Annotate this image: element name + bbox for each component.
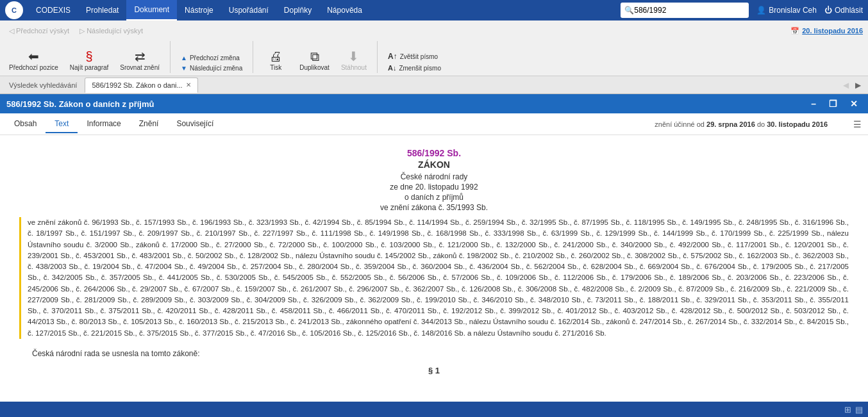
tab-nav-arrows: ◀ ▶ [841,79,868,91]
restore-button[interactable]: ❐ [825,97,841,110]
static-tab[interactable]: Výsledek vyhledávání [3,78,83,93]
effective-date: znění účinné od 29. srpna 2016 do 30. li… [655,120,847,128]
nav-dokument[interactable]: Dokument [126,0,177,20]
prev-pos-button[interactable]: ⬅ Předchozí pozice [5,48,62,73]
law-type: ZÁKON [19,159,849,170]
law-number: 586/1992 Sb. [19,148,849,158]
prev-pos-icon: ⬅ [28,50,39,63]
print-button[interactable]: 🖨 Tisk [260,48,292,73]
law-authority: České národní rady [19,172,849,181]
law-amendments-list: ve znění zákonů č. 96/1993 Sb., č. 157/1… [19,217,849,339]
tabs-row: Výsledek vyhledávání 586/1992 Sb. Zákon … [0,76,868,94]
tab-text[interactable]: Text [46,115,78,133]
law-subject: o daních z příjmů [19,193,849,202]
grid-icon[interactable]: ⊞ [844,405,851,414]
ribbon-sep-1 [170,41,171,73]
tab-nav-next[interactable]: ▶ [853,79,863,91]
search-icon: 🔍 [624,6,634,15]
prev-result-icon: ◁ [9,27,14,35]
download-button[interactable]: ⬇ Stáhnout [337,48,371,73]
ribbon-top: ◁ Předchozí výskyt ▷ Následující výskyt … [0,20,868,38]
content-tabs: Obsah Text Informace Znění Související z… [0,113,868,135]
user-area: 👤 Bronislav Ceh ⏻ Odhlásit [756,6,863,15]
down-arrow-icon: ▼ [181,65,187,72]
up-arrow-icon: ▲ [181,54,187,61]
ribbon-main: ⬅ Předchozí pozice § Najít paragraf ⇄ Sr… [0,38,868,76]
compare-icon: ⇄ [135,50,146,63]
tab-close-icon[interactable]: ✕ [186,81,191,88]
section-title: § 1 [19,366,849,375]
nav-usporadani[interactable]: Uspořádání [221,0,276,20]
prev-change-button[interactable]: ▲ Předchozí změna [177,53,246,63]
doc-tab[interactable]: 586/1992 Sb. Zákon o dani... ✕ [85,78,197,93]
download-icon: ⬇ [348,50,359,63]
effective-from: 29. srpna 2016 [706,120,755,128]
law-resolution: Česká národní rada se usnesla na tomto z… [32,349,849,358]
tab-zneni[interactable]: Znění [130,115,168,133]
doc-content: 586/1992 Sb. ZÁKON České národní rady ze… [0,135,868,417]
tab-nav-prev[interactable]: ◀ [841,79,851,91]
zoom-out-button[interactable]: A↓ Zmenšit písmo [384,63,445,73]
compare-button[interactable]: ⇄ Srovnat znění [116,48,163,73]
search-box[interactable]: 🔍 [621,3,749,18]
ribbon: ◁ Předchozí výskyt ▷ Následující výskyt … [0,20,868,76]
ribbon-sep-2 [253,41,253,73]
nav-nastroje[interactable]: Nástroje [177,0,221,20]
next-result-icon: ▷ [79,27,85,35]
doc-title: 586/1992 Sb. Zákon o daních z příjmů [6,99,807,109]
law-date: ze dne 20. listopadu 1992 [19,183,849,192]
nav-napoveda[interactable]: Nápověda [319,0,370,20]
tab-souvisejici[interactable]: Související [167,115,222,133]
topbar: C CODEXIS Prohledat Dokument Nástroje Us… [0,0,868,20]
nav-prohledat[interactable]: Prohledat [78,0,126,20]
calendar-icon: 📅 [790,27,799,35]
duplicate-icon: ⧉ [310,50,319,63]
search-input[interactable] [634,6,737,15]
bottom-strip: ⊞ ▤ [0,402,868,417]
settings-icon[interactable]: ☰ [847,117,868,132]
ribbon-sep-3 [377,41,378,73]
next-result-link[interactable]: ▷ Následující výskyt [76,26,147,37]
list-icon[interactable]: ▤ [855,405,863,414]
ribbon-date: 📅 20. listopadu 2016 [790,27,863,35]
find-para-button[interactable]: § Najít paragraf [66,48,113,73]
font-increase-icon: A↑ [388,52,397,61]
duplicate-button[interactable]: ⧉ Duplikovat [296,48,333,73]
law-amendment-note: ve znění zákona č. 35/1993 Sb. [19,203,849,212]
power-icon: ⏻ [824,6,832,15]
minimize-button[interactable]: – [807,97,820,110]
logout-button[interactable]: ⏻ Odhlásit [824,6,863,15]
nav-doplnky[interactable]: Doplňky [276,0,319,20]
app-logo: C [5,1,23,19]
user-icon: 👤 [756,6,766,15]
window-controls: – ❐ ✕ [807,97,862,110]
doc-titlebar: 586/1992 Sb. Zákon o daních z příjmů – ❐… [0,94,868,113]
print-icon: 🖨 [269,50,282,63]
bottom-icons: ⊞ ▤ [844,405,863,414]
user-name[interactable]: 👤 Bronislav Ceh [756,6,817,15]
next-change-button[interactable]: ▼ Následující změna [177,63,246,73]
para-icon: § [85,50,92,63]
nav-codexis[interactable]: CODEXIS [28,0,78,20]
tab-informace[interactable]: Informace [78,115,129,133]
tab-obsah[interactable]: Obsah [5,115,46,133]
close-button[interactable]: ✕ [846,97,862,110]
zoom-group: A↑ Zvětšit písmo A↓ Zmenšit písmo [384,51,445,73]
change-nav-group: ▲ Předchozí změna ▼ Následující změna [177,53,246,73]
prev-result-link[interactable]: ◁ Předchozí výskyt [5,26,73,37]
effective-to: 30. listopadu 2016 [767,120,828,128]
font-decrease-icon: A↓ [388,64,396,72]
zoom-in-button[interactable]: A↑ Zvětšit písmo [384,51,445,62]
